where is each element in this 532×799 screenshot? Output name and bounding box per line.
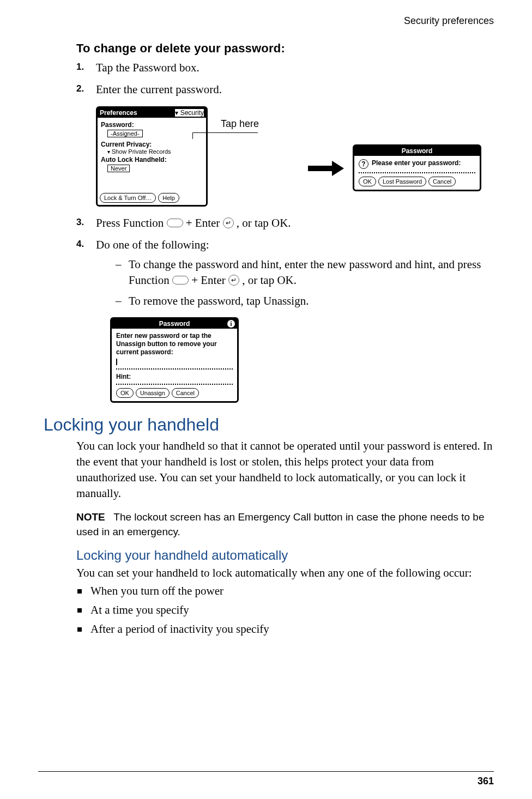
input-line[interactable] (359, 172, 475, 173)
enter-key-icon (228, 275, 239, 286)
callout-drop (192, 132, 194, 139)
preferences-screen: Preferences ▾ Security Password: -Assign… (96, 106, 208, 207)
note-block: NOTE The lockout screen has an Emergency… (76, 510, 496, 539)
content-area: To change or delete your password: 1. Ta… (76, 39, 496, 641)
password-selector[interactable]: -Assigned- (107, 130, 143, 137)
procedure-title: To change or delete your password: (76, 41, 496, 56)
running-head: Security preferences (404, 15, 494, 27)
heading-locking: Locking your handheld (44, 415, 496, 435)
page: Security preferences To change or delete… (0, 0, 532, 799)
hint-input-line[interactable] (116, 384, 233, 385)
pda-title: Preferences (100, 109, 137, 117)
info-icon[interactable]: i (227, 320, 235, 328)
bullet-at-time: At a time you specify (76, 603, 496, 617)
dialog-message: Enter new password or tap the Unassign b… (116, 332, 233, 356)
bullet-inactivity: After a period of inactivity you specify (76, 622, 496, 636)
dialog-body: Enter new password or tap the Unassign b… (112, 329, 237, 401)
figure-2: Password i Enter new password or tap the… (110, 317, 239, 403)
sub-option-change: To change the password and hint, enter t… (116, 257, 496, 288)
step-text-c: , or tap OK. (237, 216, 291, 229)
hint-label: Hint: (116, 373, 233, 380)
step-text: Enter the current password. (96, 83, 222, 96)
enter-key-icon (223, 217, 234, 228)
step-text: Tap the Password box. (96, 61, 200, 74)
callout-text: Tap here (221, 118, 259, 130)
lock-turnoff-button[interactable]: Lock & Turn Off… (100, 193, 156, 203)
dialog-title: Password (354, 146, 480, 156)
step-number: 4. (76, 238, 84, 251)
password-label: Password: (101, 121, 203, 129)
step-number: 3. (76, 216, 84, 229)
pda-buttonbar: Lock & Turn Off… Help (100, 193, 204, 203)
autolock-selector[interactable]: Never (107, 165, 130, 172)
autolock-label: Auto Lock Handheld: (101, 156, 203, 164)
step-text: Do one of the following: (96, 238, 209, 251)
sub-option-remove: To remove the password, tap Unassign. (116, 293, 496, 308)
locking-paragraph: You can lock your handheld so that it ca… (76, 438, 496, 501)
autolock-bullets: When you turn off the power At a time yo… (76, 584, 496, 636)
dialog-title: Password i (112, 319, 237, 329)
arrow-wrap (308, 106, 346, 176)
step-2: 2. Enter the current password. (76, 82, 496, 97)
arrow-right-icon (308, 161, 346, 176)
step-3: 3. Press Function + Enter , or tap OK. (76, 215, 496, 231)
pda-titlebar: Preferences ▾ Security (98, 108, 206, 118)
unassign-button[interactable]: Unassign (136, 388, 170, 398)
dialog-message: Please enter your password: (372, 159, 461, 167)
autolock-intro: You can set your handheld to lock automa… (76, 565, 496, 581)
step-1: 1. Tap the Password box. (76, 60, 496, 75)
privacy-dropdown[interactable]: Show Private Records (107, 148, 203, 155)
bullet-power-off: When you turn off the power (76, 584, 496, 598)
cancel-button[interactable]: Cancel (428, 177, 456, 186)
function-key-icon (172, 276, 189, 285)
dialog-button-row: OK Unassign Cancel (116, 388, 233, 398)
sub-option-list: To change the password and hint, enter t… (96, 257, 496, 308)
note-label: NOTE (76, 511, 105, 523)
ok-button[interactable]: OK (359, 177, 376, 186)
dialog-button-row: OK Lost Password Cancel (359, 177, 475, 186)
password-input-line[interactable] (116, 368, 233, 370)
footer-rule (38, 771, 494, 772)
step-number: 1. (76, 61, 84, 74)
heading-autolock: Locking your handheld automatically (76, 548, 496, 563)
password-prompt-dialog: Password ? Please enter your password: O… (353, 144, 481, 191)
text-cursor (116, 359, 117, 365)
new-password-dialog: Password i Enter new password or tap the… (110, 317, 239, 403)
lost-password-button[interactable]: Lost Password (378, 177, 426, 186)
ok-button[interactable]: OK (116, 388, 134, 398)
step-text-a: Press Function (96, 216, 167, 229)
cancel-button[interactable]: Cancel (172, 388, 199, 398)
category-dropdown[interactable]: ▾ Security (175, 109, 204, 117)
note-text: The lockout screen has an Emergency Call… (76, 511, 485, 537)
page-number: 361 (477, 776, 494, 787)
help-button[interactable]: Help (158, 193, 179, 203)
pda-body: Password: -Assigned- Current Privacy: Sh… (98, 118, 206, 205)
step-list: 1. Tap the Password box. 2. Enter the cu… (76, 60, 496, 98)
step-number: 2. (76, 83, 84, 95)
step-4: 4. Do one of the following: To change th… (76, 237, 496, 308)
dialog-body: ? Please enter your password: OK Lost Pa… (354, 156, 480, 190)
figure-row-1: Preferences ▾ Security Password: -Assign… (96, 106, 496, 207)
question-icon: ? (359, 159, 368, 169)
dialog-message-row: ? Please enter your password: (359, 159, 475, 169)
privacy-label: Current Privacy: (101, 141, 203, 148)
step-list-cont: 3. Press Function + Enter , or tap OK. 4… (76, 215, 496, 309)
step-text-b: + Enter (186, 216, 223, 229)
function-key-icon (167, 219, 183, 227)
callout-line (192, 132, 258, 133)
